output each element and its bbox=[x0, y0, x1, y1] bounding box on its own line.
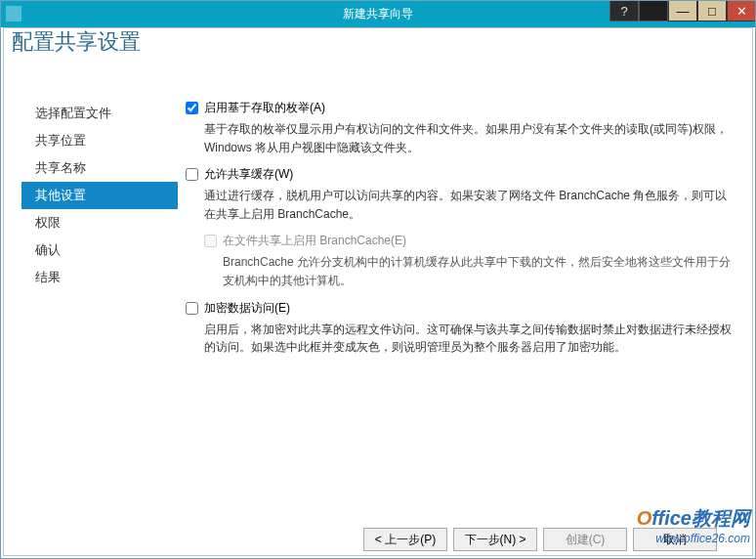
branchcache-checkbox bbox=[204, 235, 217, 247]
encrypt-label: 加密数据访问(E) bbox=[204, 300, 290, 317]
step-share-location[interactable]: 共享位置 bbox=[21, 127, 178, 154]
spacer-button bbox=[639, 0, 668, 22]
content-area: 选择配置文件 共享位置 共享名称 其他设置 权限 确认 结果 启用基于存取的枚举… bbox=[0, 80, 756, 559]
branchcache-desc: BranchCache 允许分支机构中的计算机缓存从此共享中下载的文件，然后安全… bbox=[223, 253, 735, 289]
option-encrypt-row: 加密数据访问(E) bbox=[186, 300, 735, 317]
cache-desc: 通过进行缓存，脱机用户可以访问共享的内容。如果安装了网络文件 BranchCac… bbox=[204, 187, 735, 223]
cancel-button[interactable]: 取消 bbox=[633, 528, 717, 551]
abe-checkbox[interactable] bbox=[186, 102, 198, 114]
step-select-profile[interactable]: 选择配置文件 bbox=[21, 100, 178, 127]
wizard-footer: < 上一步(P) 下一步(N) > 创建(C) 取消 bbox=[0, 528, 756, 551]
next-button[interactable]: 下一步(N) > bbox=[453, 528, 537, 551]
page-heading: 配置共享设置 bbox=[6, 27, 756, 57]
app-icon bbox=[6, 6, 21, 22]
window-controls: ? — □ ✕ bbox=[609, 0, 756, 23]
abe-label: 启用基于存取的枚举(A) bbox=[204, 100, 325, 116]
step-other-settings[interactable]: 其他设置 bbox=[21, 182, 178, 209]
abe-desc: 基于存取的枚举仅显示用户有权访问的文件和文件夹。如果用户没有某个文件夹的读取(或… bbox=[204, 120, 735, 156]
help-button[interactable]: ? bbox=[609, 0, 639, 22]
step-confirm[interactable]: 确认 bbox=[21, 236, 178, 264]
encrypt-checkbox[interactable] bbox=[186, 302, 198, 315]
branchcache-label: 在文件共享上启用 BranchCache(E) bbox=[223, 233, 406, 249]
step-permissions[interactable]: 权限 bbox=[21, 209, 178, 236]
step-results[interactable]: 结果 bbox=[21, 264, 178, 291]
maximize-button[interactable]: □ bbox=[697, 0, 727, 22]
settings-panel: 启用基于存取的枚举(A) 基于存取的枚举仅显示用户有权访问的文件和文件夹。如果用… bbox=[178, 98, 735, 559]
create-button: 创建(C) bbox=[543, 528, 627, 551]
cache-checkbox[interactable] bbox=[186, 168, 198, 181]
option-cache-row: 允许共享缓存(W) bbox=[186, 166, 735, 183]
wizard-steps: 选择配置文件 共享位置 共享名称 其他设置 权限 确认 结果 bbox=[21, 100, 178, 559]
minimize-button[interactable]: — bbox=[668, 0, 697, 22]
option-abe-row: 启用基于存取的枚举(A) bbox=[186, 100, 735, 116]
cache-label: 允许共享缓存(W) bbox=[204, 166, 293, 183]
step-share-name[interactable]: 共享名称 bbox=[21, 154, 178, 182]
prev-button[interactable]: < 上一步(P) bbox=[363, 528, 447, 551]
close-button[interactable]: ✕ bbox=[727, 0, 756, 22]
encrypt-desc: 启用后，将加密对此共享的远程文件访问。这可确保与该共享之间传输数据时禁止对数据进… bbox=[204, 321, 735, 357]
option-branchcache: 在文件共享上启用 BranchCache(E) BranchCache 允许分支… bbox=[204, 233, 735, 289]
titlebar: 新建共享向导 ? — □ ✕ bbox=[0, 0, 756, 27]
window-title: 新建共享向导 bbox=[343, 6, 413, 22]
